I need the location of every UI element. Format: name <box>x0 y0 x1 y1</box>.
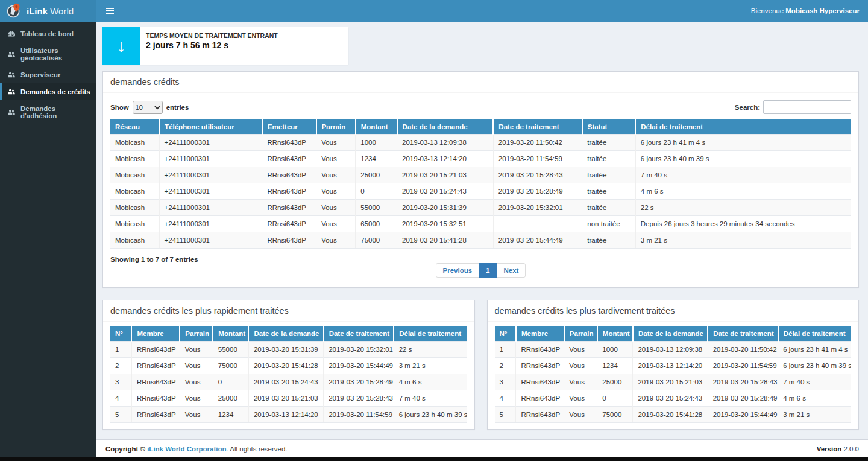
pagination-previous-button[interactable]: Previous <box>436 263 480 278</box>
cell: 75000 <box>597 407 633 423</box>
column-header[interactable]: Délai de traitement <box>778 326 851 342</box>
cell: 22 s <box>635 200 851 216</box>
cell: 7 m 40 s <box>394 390 467 407</box>
cell: 3 <box>495 374 516 390</box>
cell: 3 <box>110 374 131 390</box>
column-header[interactable]: Montant <box>597 326 633 342</box>
users-icon <box>7 109 16 116</box>
cell: 2019-03-20 15:41:28 <box>633 407 708 423</box>
column-header[interactable]: Parrain <box>180 326 213 342</box>
column-header[interactable]: Emetteur <box>262 119 316 135</box>
column-header[interactable]: Statut <box>582 119 635 135</box>
cell <box>493 216 582 232</box>
column-header[interactable]: Membre <box>131 326 180 342</box>
fastest-credits-panel: demandes crédits les plus rapidement tra… <box>102 300 475 430</box>
cell: 5 <box>495 407 516 423</box>
cell: 0 <box>356 183 397 200</box>
cell: 2019-03-20 15:32:01 <box>324 342 394 358</box>
cell: 3 m 21 s <box>778 407 851 423</box>
cell: 4 m 6 s <box>394 374 467 390</box>
sidebar-menu: Tableau de bord Utilisateurs géolocalisé… <box>0 22 96 124</box>
sidebar-item-superviseur[interactable]: Superviseur <box>0 66 96 83</box>
cell: RRnsi643dP <box>262 200 316 216</box>
cell: Vous <box>180 342 213 358</box>
column-header[interactable]: Parrain <box>564 326 597 342</box>
column-header[interactable]: Date de traitement <box>493 119 582 135</box>
column-header[interactable]: Date de la demande <box>248 326 323 342</box>
cell: 2019-03-20 15:21:03 <box>633 374 708 390</box>
credits-panel-body: Show 10 entries Search: RéseauTéléphone … <box>103 93 858 287</box>
table-row: 5RRnsi643dPVous12342019-03-13 12:14:2020… <box>110 407 467 423</box>
globe-pin-icon <box>6 3 22 19</box>
table-row: Mobicash+24111000301RRnsi643dPVous100020… <box>110 135 851 151</box>
cell: Vous <box>316 232 356 249</box>
users-icon <box>7 51 16 58</box>
column-header[interactable]: N° <box>110 326 131 342</box>
table-row: 1RRnsi643dPVous550002019-03-20 15:31:392… <box>110 342 467 358</box>
cell: 2019-03-20 15:28:43 <box>493 167 582 183</box>
cell: Vous <box>316 135 356 151</box>
cell: 2019-03-20 15:31:39 <box>248 342 323 358</box>
cell: Vous <box>316 216 356 232</box>
column-header[interactable]: Montant <box>356 119 397 135</box>
page-length-control: Show 10 entries <box>110 101 189 114</box>
cell: 2019-03-20 15:21:03 <box>248 390 323 407</box>
cell: 75000 <box>213 358 248 374</box>
datatable-footer: Showing 1 to 7 of 7 entries Previous 1 N… <box>110 255 851 281</box>
cell: RRnsi643dP <box>262 135 316 151</box>
column-header[interactable]: N° <box>495 326 516 342</box>
cell: Mobicash <box>110 183 159 200</box>
search-input[interactable] <box>763 100 851 114</box>
cell: +24111000301 <box>159 232 262 249</box>
cell: Vous <box>564 358 597 374</box>
column-header[interactable]: Date de traitement <box>708 326 778 342</box>
sidebar-item-label: Demandes d'adhésion <box>20 105 91 119</box>
column-header[interactable]: Date de traitement <box>324 326 394 342</box>
sidebar-item-demandes-adhesion[interactable]: Demandes d'adhésion <box>0 100 96 124</box>
cell: 2019-03-13 12:09:38 <box>633 342 708 358</box>
cell: 7 m 40 s <box>778 374 851 390</box>
search-control: Search: <box>735 100 851 114</box>
cell: traitée <box>582 183 635 200</box>
page-length-select[interactable]: 10 <box>133 101 163 114</box>
sidebar-item-demandes-de-credits[interactable]: Demandes de crédits <box>0 83 96 100</box>
cell: 55000 <box>356 200 397 216</box>
cell: RRnsi643dP <box>131 342 180 358</box>
table-row: Mobicash+24111000301RRnsi643dPVous750002… <box>110 232 851 249</box>
cell: 75000 <box>356 232 397 249</box>
brand[interactable]: iLink World <box>0 0 96 22</box>
column-header[interactable]: Membre <box>516 326 564 342</box>
column-header[interactable]: Délai de traitement <box>635 119 851 135</box>
cell: Vous <box>316 167 356 183</box>
cell: 4 <box>110 390 131 407</box>
sidebar-item-label: Utilisateurs géolocalisés <box>20 47 91 62</box>
cell: 65000 <box>356 216 397 232</box>
cell: 25000 <box>356 167 397 183</box>
cell: 2019-03-20 15:28:49 <box>324 374 394 390</box>
cell: RRnsi643dP <box>262 167 316 183</box>
column-header[interactable]: Réseau <box>110 119 159 135</box>
cell: 2019-03-20 15:28:49 <box>493 183 582 200</box>
credits-table: RéseauTéléphone utilisateurEmetteurParra… <box>110 119 851 249</box>
menu-bars-icon[interactable] <box>96 0 123 22</box>
cell: +24111000301 <box>159 167 262 183</box>
sidebar-item-utilisateurs-geolocalises[interactable]: Utilisateurs géolocalisés <box>0 42 96 66</box>
cell: RRnsi643dP <box>516 390 564 407</box>
app-title: iLink World <box>27 6 74 16</box>
version-text: Version 2.0.0 <box>817 445 859 453</box>
column-header[interactable]: Délai de traitement <box>394 326 467 342</box>
company-link[interactable]: iLink World Corporation <box>147 445 226 453</box>
pagination-next-button[interactable]: Next <box>497 263 526 278</box>
pagination-page-1-button[interactable]: 1 <box>479 263 497 278</box>
column-header[interactable]: Date de la demande <box>633 326 708 342</box>
table-row: 2RRnsi643dPVous12342019-03-13 12:14:2020… <box>495 358 852 374</box>
sidebar-item-label: Tableau de bord <box>20 30 74 37</box>
cell: 22 s <box>394 342 467 358</box>
column-header[interactable]: Parrain <box>316 119 356 135</box>
cell: 2019-03-20 15:28:43 <box>708 374 778 390</box>
column-header[interactable]: Montant <box>213 326 248 342</box>
column-header[interactable]: Téléphone utilisateur <box>159 119 262 135</box>
cell: Mobicash <box>110 200 159 216</box>
column-header[interactable]: Date de la demande <box>397 119 494 135</box>
sidebar-item-tableau-de-bord[interactable]: Tableau de bord <box>0 25 96 42</box>
